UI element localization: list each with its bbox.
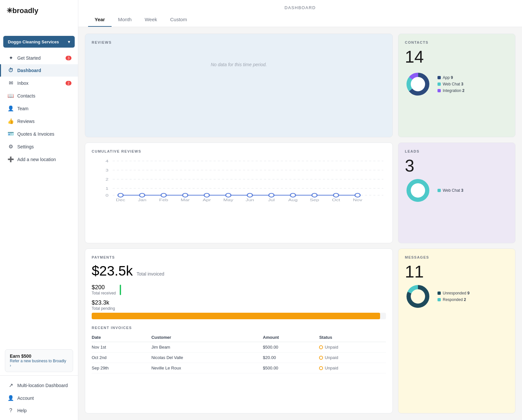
get-started-badge: 3 [66, 56, 71, 60]
svg-text:Dec: Dec [116, 198, 125, 202]
nav-label-inbox: Inbox [17, 81, 28, 86]
sidebar-item-reviews[interactable]: 👍 Reviews [0, 115, 78, 128]
sidebar-bottom-account[interactable]: 👤 Account [0, 392, 78, 404]
contacts-legend: App 9 Web Chat 3 Integration 2 [438, 75, 465, 93]
sidebar-item-get-started[interactable]: ✦ Get Started 3 [0, 52, 78, 64]
svg-text:2: 2 [106, 177, 109, 181]
main-area: DASHBOARD YearMonthWeekCustom REVIEWS No… [78, 0, 522, 420]
invoice-amount: $500.00 [263, 363, 319, 373]
contacts-card: CONTACTS 14 App 9 Web Chat 3 Integration… [398, 34, 515, 137]
total-pending-amount: $23.3k [92, 299, 386, 306]
tab-week[interactable]: Week [138, 14, 163, 27]
nav-label-add-location: Add a new location [17, 157, 56, 162]
cumulative-svg: 4 3 2 1 0 [92, 157, 386, 203]
sidebar-bottom-help[interactable]: ? Help [0, 404, 78, 417]
nav-label-dashboard: Dashboard [17, 68, 41, 73]
account-icon: 👤 [8, 395, 14, 401]
recent-invoices-section: RECENT INVOICES Date Customer Amount Sta… [92, 326, 386, 373]
messages-title: MESSAGES [405, 255, 509, 259]
sidebar-item-quotes[interactable]: 🪪 Quotes & Invoices [0, 128, 78, 140]
svg-text:Jun: Jun [246, 198, 254, 202]
svg-point-14 [118, 193, 123, 197]
svg-text:Sep: Sep [310, 198, 319, 202]
earn-title: Earn $500 [10, 353, 68, 359]
invoice-amount: $500.00 [263, 342, 319, 352]
add-location-icon: ➕ [8, 156, 14, 162]
sidebar: ✳broadly Reports Doggo Cleaning Services… [0, 0, 78, 420]
payments-card: PAYMENTS $23.5k Total invoiced $200 Tota… [85, 248, 393, 413]
reports-section: Reports [5, 22, 73, 30]
svg-point-25 [355, 193, 360, 197]
tab-custom[interactable]: Custom [163, 14, 193, 27]
svg-text:Apr: Apr [203, 198, 211, 202]
svg-point-23 [312, 193, 317, 197]
legend-item-responded: Responded 2 [438, 297, 469, 302]
svg-text:Jul: Jul [268, 198, 275, 202]
nav-label-settings: Settings [17, 144, 34, 149]
svg-text:May: May [223, 198, 233, 202]
status-dot-icon [319, 366, 323, 370]
total-received-row: $200 Total received [92, 284, 386, 295]
help-icon: ? [8, 408, 14, 413]
svg-text:0: 0 [106, 193, 109, 197]
tab-month[interactable]: Month [112, 14, 138, 27]
svg-point-16 [161, 193, 166, 197]
settings-icon: ⚙ [8, 143, 14, 150]
messages-count: 11 [405, 263, 509, 280]
app-logo: ✳broadly [7, 7, 71, 15]
svg-point-19 [226, 193, 231, 197]
sidebar-item-add-location[interactable]: ➕ Add a new location [0, 153, 78, 166]
company-name: Doggo Cleaning Services [8, 39, 59, 44]
sidebar-bottom: ↗ Multi-location Dashboard👤 Account? Hel… [0, 375, 78, 420]
contacts-donut-row: App 9 Web Chat 3 Integration 2 [405, 71, 509, 97]
legend-item-webchat: Web Chat 3 [438, 188, 463, 193]
col-customer: Customer [151, 333, 263, 342]
leads-count: 3 [405, 157, 509, 174]
company-selector[interactable]: Doggo Cleaning Services ▾ [3, 36, 75, 48]
invoice-customer: Jim Beam [151, 342, 263, 352]
nav-label-reviews: Reviews [17, 119, 35, 124]
total-invoiced-section: $23.5k Total invoiced [92, 263, 386, 279]
sidebar-item-dashboard[interactable]: ⏱ Dashboard [0, 64, 78, 77]
sidebar-bottom-multi-dashboard[interactable]: ↗ Multi-location Dashboard [0, 379, 78, 392]
nav-label-get-started: Get Started [17, 55, 41, 61]
sidebar-item-team[interactable]: 👤 Team [0, 102, 78, 115]
svg-point-39 [411, 183, 425, 198]
sidebar-item-settings[interactable]: ⚙ Settings [0, 140, 78, 153]
total-pending-label: Total pending [92, 306, 386, 311]
messages-card: MESSAGES 11 Unresponded 9 Respond [398, 248, 515, 413]
leads-legend: Web Chat 3 [438, 188, 463, 193]
bottom-label-multi-dashboard: Multi-location Dashboard [17, 383, 68, 388]
logo-area: ✳broadly [0, 0, 78, 18]
invoices-title: RECENT INVOICES [92, 326, 386, 330]
contacts-icon: 📖 [8, 93, 14, 99]
tab-year[interactable]: Year [88, 14, 112, 27]
invoice-header-row: Date Customer Amount Status [92, 333, 386, 342]
col-amount: Amount [263, 333, 319, 342]
table-row: Sep 29th Neville Le Roux $500.00 Unpaid [92, 363, 386, 373]
period-tabs: YearMonthWeekCustom [88, 14, 512, 27]
dot [438, 76, 441, 79]
invoice-status: Unpaid [319, 363, 386, 373]
reviews-icon: 👍 [8, 118, 14, 124]
contacts-donut-chart [405, 71, 431, 97]
invoices-table: Date Customer Amount Status Nov 1st Jim … [92, 333, 386, 373]
sidebar-item-inbox[interactable]: ✉ Inbox 2 [0, 77, 78, 89]
main-header: DASHBOARD YearMonthWeekCustom [78, 0, 522, 27]
svg-text:4: 4 [106, 159, 109, 163]
responded-label: Responded 2 [443, 297, 466, 302]
leads-card: LEADS 3 Web Chat 3 [398, 142, 515, 244]
responded-dot [438, 298, 441, 301]
col-status: Status [319, 333, 386, 342]
team-icon: 👤 [8, 105, 14, 112]
leads-donut-chart [405, 177, 431, 203]
pending-bar-fill [92, 313, 380, 319]
multi-dashboard-icon: ↗ [8, 382, 14, 388]
invoice-status: Unpaid [319, 352, 386, 363]
sidebar-item-contacts[interactable]: 📖 Contacts [0, 89, 78, 102]
contacts-title: CONTACTS [405, 40, 509, 44]
earn-link[interactable]: Refer a new business to Broadly › [10, 359, 68, 368]
invoice-date: Oct 2nd [92, 352, 151, 363]
reports-input[interactable]: Reports [5, 22, 73, 30]
cumulative-reviews-card: CUMULATIVE REVIEWS 4 3 2 1 0 [85, 142, 393, 244]
